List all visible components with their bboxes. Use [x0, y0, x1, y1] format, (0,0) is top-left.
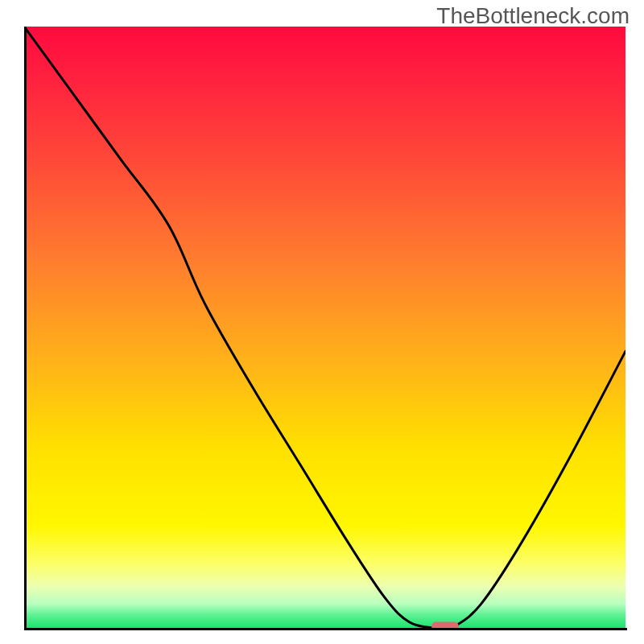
x-axis — [24, 628, 627, 630]
optimum-marker — [431, 622, 459, 628]
chart-overlay — [24, 27, 625, 628]
curve-line — [24, 27, 625, 628]
y-axis — [24, 27, 27, 630]
plot-area — [24, 27, 625, 628]
chart-container: TheBottleneck.com — [0, 0, 644, 644]
watermark-text: TheBottleneck.com — [436, 3, 630, 29]
